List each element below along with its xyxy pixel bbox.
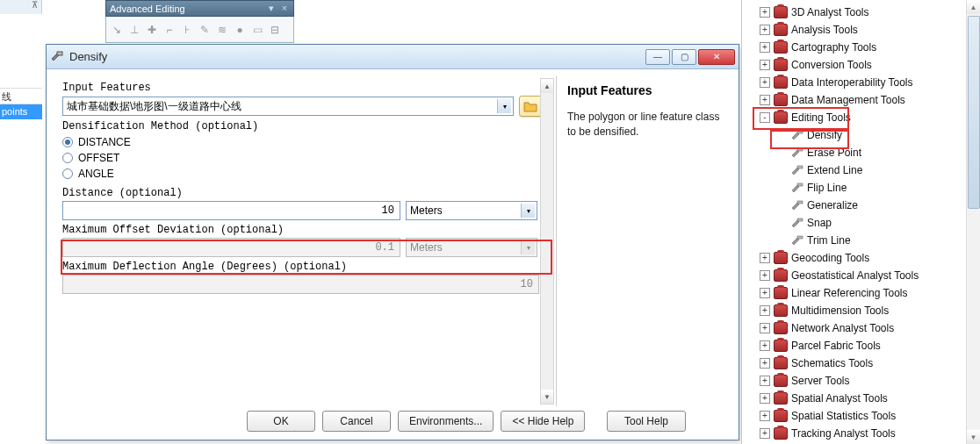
chevron-down-icon[interactable]: ▾ [497, 99, 511, 113]
tool-icon[interactable]: ≋ [215, 23, 229, 37]
toolbox-node[interactable]: +Spatial Analyst Tools [744, 390, 980, 407]
tool-icon[interactable]: ⊟ [268, 23, 282, 37]
toc-item-selected[interactable]: points [0, 104, 42, 119]
browse-button[interactable] [519, 96, 542, 117]
tool-icon[interactable]: ✚ [145, 23, 159, 37]
expander-icon[interactable]: + [760, 428, 770, 439]
toolbox-icon [774, 94, 788, 106]
toolbox-icon [774, 41, 788, 54]
expander-icon[interactable]: + [760, 253, 770, 263]
ok-button[interactable]: OK [247, 411, 315, 432]
toolbox-icon [774, 427, 788, 440]
environments-button[interactable]: Environments... [398, 411, 494, 432]
toolbox-node[interactable]: +Data Management Tools [744, 91, 980, 109]
cancel-button[interactable]: Cancel [322, 411, 391, 432]
minimize-button[interactable]: — [645, 49, 670, 65]
toolbox-node[interactable]: +Conversion Tools [744, 56, 980, 74]
tool-icon[interactable]: ⊦ [180, 23, 194, 37]
toolbox-node[interactable]: +Multidimension Tools [744, 302, 980, 319]
tool-icon[interactable]: ⊥ [127, 23, 141, 37]
tool-node[interactable]: Flip Line [744, 179, 980, 197]
tool-node[interactable]: Generalize [744, 197, 980, 214]
expander-icon[interactable]: + [760, 358, 770, 369]
tool-icon[interactable]: ● [233, 23, 247, 37]
toolbox-node[interactable]: +Network Analyst Tools [744, 319, 980, 337]
dialog-titlebar[interactable]: Densify — ▢ ✕ [47, 45, 739, 69]
scroll-up-icon[interactable]: ▲ [967, 0, 980, 14]
distance-input[interactable]: 10 [62, 201, 400, 220]
toolbox-node[interactable]: +Geocoding Tools [744, 249, 980, 267]
tree-label: Geostatistical Analyst Tools [791, 269, 919, 282]
expander-icon[interactable]: - [760, 112, 770, 123]
hammer-icon [791, 164, 803, 176]
toolbox-node[interactable]: +Parcel Fabric Tools [744, 337, 980, 354]
toolbar-dropdown-icon[interactable]: ▾ [266, 3, 277, 14]
tool-help-button[interactable]: Tool Help [607, 411, 686, 432]
tool-icon[interactable]: ✎ [198, 23, 212, 37]
expander-icon[interactable]: + [760, 411, 770, 421]
toc-item[interactable]: 线 [0, 88, 42, 104]
distance-unit-combo[interactable]: Meters ▾ [406, 201, 537, 220]
toolbox-node[interactable]: +Tracking Analyst Tools [744, 425, 980, 442]
scroll-down-icon[interactable]: ▼ [967, 430, 980, 444]
tool-icon[interactable]: ⌐ [162, 23, 177, 37]
toolbox-node[interactable]: +Server Tools [744, 372, 980, 390]
toolbox-node[interactable]: +Data Interoperability Tools [744, 74, 980, 91]
pin-icon[interactable]: ⊼ [32, 0, 38, 10]
expander-icon[interactable]: + [760, 42, 770, 53]
tool-node[interactable]: Densify [744, 126, 980, 144]
tree-label: Linear Referencing Tools [791, 287, 908, 299]
expander-icon[interactable]: + [760, 60, 770, 70]
help-panel: Input Features The polygon or line featu… [556, 76, 739, 406]
tool-node[interactable]: Erase Point [744, 144, 980, 161]
tool-node[interactable]: Trim Line [744, 232, 980, 249]
expander-icon[interactable]: + [760, 25, 770, 35]
toolbox-node[interactable]: +Cartography Tools [744, 39, 980, 56]
radio-angle[interactable]: ANGLE [62, 166, 542, 182]
expander-icon[interactable]: + [760, 323, 770, 333]
toolbox-node[interactable]: +Linear Referencing Tools [744, 284, 980, 302]
hide-help-button[interactable]: << Hide Help [501, 411, 585, 432]
tree-label: Erase Point [807, 147, 861, 159]
expander-icon[interactable]: + [760, 288, 770, 298]
tool-icon[interactable]: ↘ [110, 23, 124, 37]
toolbox-node[interactable]: +Schematics Tools [744, 354, 980, 372]
label-angle: Maximum Deflection Angle (Degrees) (opti… [62, 261, 542, 273]
close-button[interactable]: ✕ [698, 49, 735, 65]
input-features-value: 城市基础数据\地形图\一级道路中心线 [67, 99, 241, 114]
toolbox-node[interactable]: +3D Analyst Tools [744, 4, 980, 21]
toolbox-node[interactable]: +Geostatistical Analyst Tools [744, 267, 980, 284]
expander-icon[interactable]: + [760, 270, 770, 281]
chevron-down-icon[interactable]: ▾ [521, 204, 535, 218]
angle-input: 10 [62, 275, 539, 294]
toolbox-icon [774, 111, 788, 124]
hammer-icon [791, 147, 803, 159]
radio-offset[interactable]: OFFSET [62, 150, 542, 166]
tool-node[interactable]: Snap [744, 214, 980, 232]
tree-scrollbar[interactable]: ▲ ▼ [966, 0, 980, 444]
scroll-thumb[interactable] [968, 16, 980, 209]
tool-icon[interactable]: ▭ [250, 23, 264, 37]
maximize-button[interactable]: ▢ [672, 49, 696, 65]
expander-icon[interactable]: + [760, 376, 770, 386]
scroll-up-icon[interactable]: ▲ [541, 79, 553, 93]
input-features-combo[interactable]: 城市基础数据\地形图\一级道路中心线 ▾ [62, 97, 514, 116]
radio-distance[interactable]: DISTANCE [62, 134, 542, 150]
toolbar-close-icon[interactable]: × [279, 3, 290, 13]
advanced-editing-titlebar[interactable]: Advanced Editing ▾ × [105, 0, 294, 17]
toolbox-icon [774, 287, 788, 299]
dialog-footer: OK Cancel Environments... << Hide Help T… [47, 408, 739, 440]
expander-icon[interactable]: + [760, 340, 770, 351]
svg-rect-5 [797, 201, 803, 204]
expander-icon[interactable]: + [760, 77, 770, 88]
scroll-down-icon[interactable]: ▼ [541, 390, 553, 404]
expander-icon[interactable]: + [760, 305, 770, 316]
expander-icon[interactable]: + [760, 7, 770, 18]
toolbox-node[interactable]: +Analysis Tools [744, 21, 980, 39]
expander-icon[interactable]: + [760, 95, 770, 105]
tool-node[interactable]: Extend Line [744, 161, 980, 179]
toolbox-node[interactable]: +Spatial Statistics Tools [744, 407, 980, 425]
toolbox-node[interactable]: -Editing Tools [744, 109, 980, 126]
expander-icon[interactable]: + [760, 393, 770, 404]
form-scrollbar[interactable]: ▲ ▼ [540, 78, 554, 405]
